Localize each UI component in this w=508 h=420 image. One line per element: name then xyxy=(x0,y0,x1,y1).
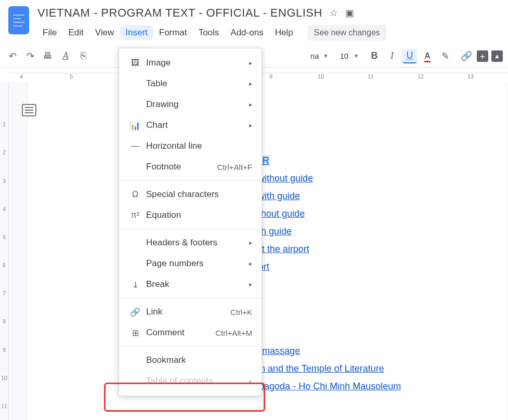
pi-icon: π² xyxy=(128,211,142,220)
shortcut-label: Ctrl+Alt+F xyxy=(217,163,252,172)
page: ents ADD IN TRANSFER n from the airport … xyxy=(28,82,506,420)
insert-chart[interactable]: 📊 Chart▸ xyxy=(119,115,262,136)
shortcut-label: Ctrl+K xyxy=(230,308,252,317)
bold-icon[interactable]: B xyxy=(367,49,382,63)
menu-edit[interactable]: Edit xyxy=(63,25,88,40)
redo-icon[interactable]: ↷ xyxy=(23,49,37,63)
insert-special-chars[interactable]: Ω Special characters xyxy=(119,184,262,205)
font-size-select[interactable]: 10▼ xyxy=(334,51,364,60)
submenu-arrow-icon: ▸ xyxy=(249,377,252,385)
insert-drawing[interactable]: Drawing▸ xyxy=(119,94,262,115)
star-icon[interactable]: ☆ xyxy=(330,7,338,19)
paint-format-icon[interactable]: ⎘ xyxy=(76,49,90,63)
menu-format[interactable]: Format xyxy=(154,25,192,40)
insert-headers-footers[interactable]: Headers & footers▸ xyxy=(119,232,262,253)
insert-image[interactable]: 🖼 Image▸ xyxy=(119,52,262,73)
menu-help[interactable]: Help xyxy=(270,25,298,40)
link-icon: 🔗 xyxy=(128,307,142,317)
menu-separator xyxy=(119,180,262,181)
submenu-arrow-icon: ▸ xyxy=(249,80,252,87)
insert-comment[interactable]: ⊞ Comment Ctrl+Alt+M xyxy=(119,322,262,343)
image-icon: 🖼 xyxy=(128,58,142,68)
print-icon[interactable]: 🖶 xyxy=(41,49,55,63)
insert-table-of-contents: Table of contents▸ xyxy=(119,371,262,391)
menu-tools[interactable]: Tools xyxy=(193,25,225,40)
chart-icon: 📊 xyxy=(128,121,142,130)
undo-icon[interactable]: ↶ xyxy=(5,49,20,63)
menu-insert[interactable]: Insert xyxy=(120,25,153,40)
insert-table[interactable]: Table▸ xyxy=(119,73,262,94)
insert-horizontal-line[interactable]: — Horizontal line xyxy=(119,136,262,156)
insert-link[interactable]: 🔗 Link Ctrl+K xyxy=(119,301,262,322)
menu-bar: File Edit View Insert Format Tools Add-o… xyxy=(37,25,500,41)
document-title[interactable]: VIETNAM - PROGRAM TEXT - OFFICIAL - ENGL… xyxy=(37,6,322,20)
submenu-arrow-icon: ▸ xyxy=(249,239,252,246)
see-new-changes[interactable]: See new changes xyxy=(308,25,386,41)
menu-separator xyxy=(119,298,262,298)
underline-icon[interactable]: U xyxy=(402,49,417,63)
font-family-select[interactable]: na▼ xyxy=(307,51,332,60)
insert-footnote[interactable]: Footnote Ctrl+Alt+F xyxy=(119,156,262,177)
submenu-arrow-icon: ▸ xyxy=(249,281,252,288)
submenu-arrow-icon: ▸ xyxy=(249,59,252,67)
hr-icon: — xyxy=(128,141,142,151)
insert-dropdown: 🖼 Image▸ Table▸ Drawing▸ 📊 Chart▸ — Hori… xyxy=(119,48,262,396)
submenu-arrow-icon: ▸ xyxy=(249,260,252,267)
italic-icon[interactable]: I xyxy=(385,49,399,63)
insert-page-numbers[interactable]: Page numbers▸ xyxy=(119,253,262,274)
menu-separator xyxy=(119,229,262,229)
break-icon: ⤓ xyxy=(128,280,142,290)
add-comment-icon[interactable]: ＋ xyxy=(477,50,488,62)
insert-bookmark[interactable]: Bookmark xyxy=(119,350,262,371)
menu-addons[interactable]: Add-ons xyxy=(225,25,268,40)
submenu-arrow-icon: ▸ xyxy=(249,101,252,108)
menu-file[interactable]: File xyxy=(37,25,62,40)
omega-icon: Ω xyxy=(128,190,142,199)
move-icon[interactable]: ▣ xyxy=(345,7,355,19)
text-color-icon[interactable]: A xyxy=(420,49,435,63)
comment-icon: ⊞ xyxy=(128,328,142,338)
submenu-arrow-icon: ▸ xyxy=(249,122,252,129)
document-outline-icon[interactable] xyxy=(22,104,36,116)
docs-logo[interactable] xyxy=(8,6,29,34)
menu-separator xyxy=(119,346,262,347)
spellcheck-icon[interactable]: A xyxy=(58,49,73,63)
insert-link-icon[interactable]: 🔗 xyxy=(459,49,474,63)
insert-image-icon[interactable]: ▲ xyxy=(491,50,503,62)
menu-view[interactable]: View xyxy=(90,25,120,40)
vertical-ruler[interactable]: 1234567891011 xyxy=(0,82,9,420)
insert-equation[interactable]: π² Equation xyxy=(119,205,262,226)
insert-break[interactable]: ⤓ Break▸ xyxy=(119,274,262,295)
shortcut-label: Ctrl+Alt+M xyxy=(215,329,252,337)
highlight-icon[interactable]: ✎ xyxy=(438,49,452,63)
